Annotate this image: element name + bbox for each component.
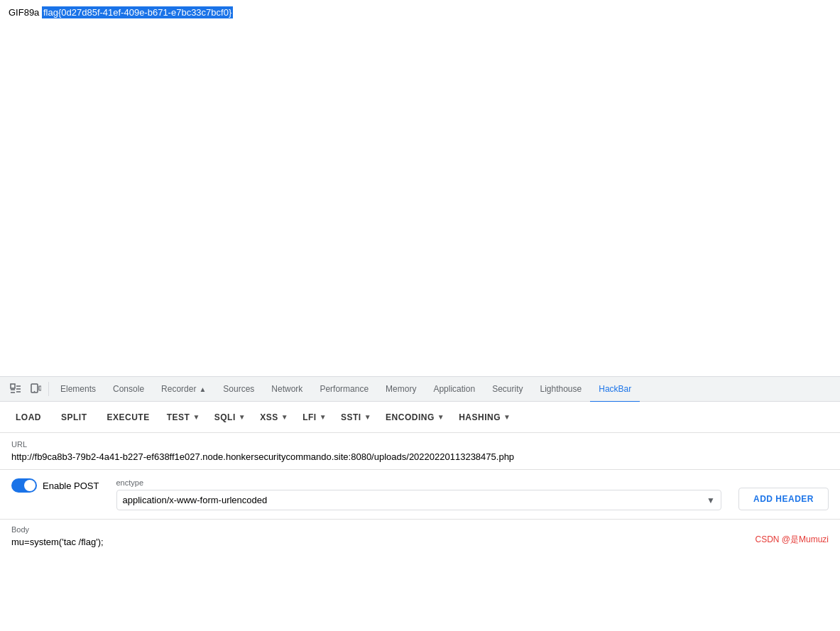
lfi-dropdown[interactable]: LFI ▼ xyxy=(295,408,334,427)
tab-hackbar[interactable]: HackBar xyxy=(590,377,640,402)
tab-lighthouse[interactable]: Lighthouse xyxy=(532,377,591,402)
tab-console[interactable]: Console xyxy=(104,377,153,402)
svg-rect-0 xyxy=(11,384,15,388)
hashing-dropdown[interactable]: HASHING ▼ xyxy=(452,408,518,427)
body-value[interactable]: mu=system('tac /flag'); xyxy=(11,537,829,547)
device-toolbar-icon[interactable] xyxy=(26,379,45,399)
watermark: CSDN @是Mumuzi xyxy=(755,534,829,546)
enctype-label: enctype xyxy=(116,478,721,487)
url-value[interactable]: http://fb9ca8b3-79b2-4a41-b227-ef638ff1e… xyxy=(11,451,829,462)
tab-memory[interactable]: Memory xyxy=(377,377,425,402)
post-area: Enable POST enctype application/x-www-fo… xyxy=(0,470,840,520)
gif-prefix: GIF89a xyxy=(9,7,42,18)
encoding-dropdown-arrow: ▼ xyxy=(437,413,444,421)
browser-content-area: GIF89a flag{0d27d85f-41ef-409e-b671-e7bc… xyxy=(0,0,840,376)
enable-post-toggle[interactable] xyxy=(11,478,37,493)
xss-dropdown-arrow: ▼ xyxy=(281,413,288,421)
tab-elements[interactable]: Elements xyxy=(52,377,104,402)
lfi-dropdown-arrow: ▼ xyxy=(320,413,327,421)
enable-post-wrapper: Enable POST xyxy=(11,478,99,493)
toolbar-separator xyxy=(48,382,49,396)
test-dropdown-arrow: ▼ xyxy=(192,413,200,421)
xss-dropdown[interactable]: XSS ▼ xyxy=(253,408,295,427)
tab-application[interactable]: Application xyxy=(425,377,484,402)
hashing-dropdown-arrow: ▼ xyxy=(503,413,511,421)
enctype-arrow-icon: ▼ xyxy=(707,495,715,505)
flag-value[interactable]: flag{0d27d85f-41ef-409e-b671-e7bc33c7bcf… xyxy=(42,6,233,18)
enctype-value: application/x-www-form-urlencoded xyxy=(123,495,702,505)
sqli-dropdown-arrow: ▼ xyxy=(239,413,246,421)
tab-recorder[interactable]: Recorder ▲ xyxy=(153,377,214,402)
execute-button[interactable]: EXECUTE xyxy=(97,408,160,427)
sqli-dropdown[interactable]: SQLI ▼ xyxy=(207,408,253,427)
body-area: Body mu=system('tac /flag'); xyxy=(0,520,840,553)
enctype-select[interactable]: application/x-www-form-urlencoded ▼ xyxy=(116,490,721,510)
tab-network[interactable]: Network xyxy=(263,377,311,402)
inspect-element-icon[interactable] xyxy=(6,379,26,399)
tab-security[interactable]: Security xyxy=(484,377,531,402)
url-label: URL xyxy=(11,440,829,449)
url-area: URL http://fb9ca8b3-79b2-4a41-b227-ef638… xyxy=(0,433,840,470)
svg-rect-2 xyxy=(39,386,41,390)
devtools-content: LOAD SPLIT EXECUTE TEST ▼ SQLI ▼ XSS ▼ L… xyxy=(0,402,840,553)
hackbar-toolbar: LOAD SPLIT EXECUTE TEST ▼ SQLI ▼ XSS ▼ L… xyxy=(0,402,840,433)
ssti-dropdown-arrow: ▼ xyxy=(364,413,371,421)
body-label: Body xyxy=(11,525,829,534)
svg-point-3 xyxy=(34,391,36,393)
load-button[interactable]: LOAD xyxy=(6,408,51,427)
test-dropdown[interactable]: TEST ▼ xyxy=(160,408,207,427)
recorder-icon: ▲ xyxy=(199,385,206,393)
split-button[interactable]: SPLIT xyxy=(51,408,97,427)
tab-performance[interactable]: Performance xyxy=(311,377,377,402)
add-header-button[interactable]: ADD HEADER xyxy=(738,488,829,510)
devtools-tab-bar: Elements Console Recorder ▲ Sources Netw… xyxy=(0,376,840,402)
tab-sources[interactable]: Sources xyxy=(214,377,263,402)
enable-post-label: Enable POST xyxy=(43,481,99,491)
enctype-wrapper: enctype application/x-www-form-urlencode… xyxy=(116,478,721,510)
encoding-dropdown[interactable]: ENCODING ▼ xyxy=(378,408,452,427)
ssti-dropdown[interactable]: SSTI ▼ xyxy=(334,408,378,427)
gif-text-line: GIF89a flag{0d27d85f-41ef-409e-b671-e7bc… xyxy=(9,7,831,18)
